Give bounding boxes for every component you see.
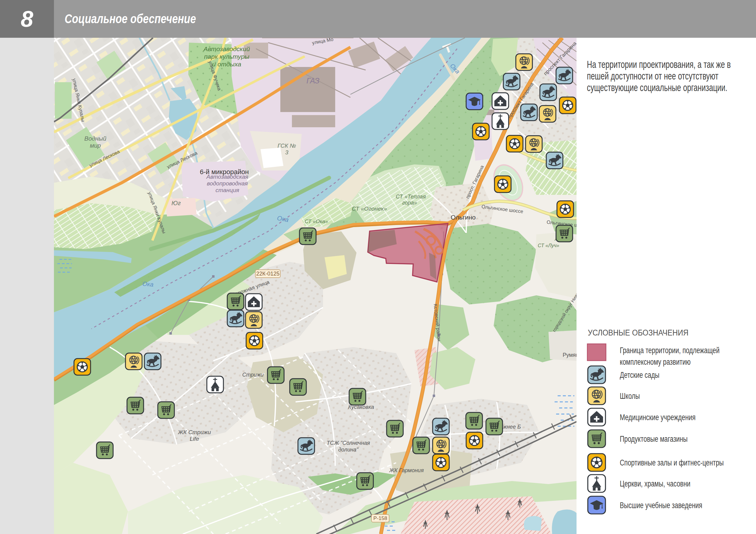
svg-text:СТ «Ока»: СТ «Ока» xyxy=(305,218,328,224)
svg-text:Юг: Юг xyxy=(172,200,181,206)
svg-text:ЖК Стрижи: ЖК Стрижи xyxy=(178,429,211,435)
svg-text:станция: станция xyxy=(215,187,239,193)
svg-text:ТСЖ "Солнечная: ТСЖ "Солнечная xyxy=(327,440,370,446)
svg-text:Румянц: Румянц xyxy=(562,352,582,358)
svg-text:долина": долина" xyxy=(338,446,359,453)
svg-text:и отдыха: и отдыха xyxy=(212,61,241,67)
svg-text:Стрижи: Стрижи xyxy=(242,372,263,378)
svg-text:Life: Life xyxy=(190,436,199,442)
svg-text:мир: мир xyxy=(90,142,101,149)
svg-text:ЖК Гармония: ЖК Гармония xyxy=(389,467,423,473)
svg-text:Р-158: Р-158 xyxy=(373,516,387,521)
svg-text:Водный: Водный xyxy=(84,135,106,142)
svg-text:6-й микрорайон: 6-й микрорайон xyxy=(200,168,249,176)
svg-text:СТ «Теплая: СТ «Теплая xyxy=(396,193,426,200)
svg-text:жнее Б: жнее Б xyxy=(502,424,521,430)
svg-text:Автозаводский: Автозаводский xyxy=(203,45,250,52)
svg-text:ГСК №: ГСК № xyxy=(278,142,296,149)
svg-text:СТ «Луч»: СТ «Луч» xyxy=(538,243,559,248)
svg-text:Ольгино: Ольгино xyxy=(451,214,476,221)
svg-text:3: 3 xyxy=(285,149,288,156)
svg-text:ГАЗ: ГАЗ xyxy=(307,76,320,85)
svg-text:водопроводная: водопроводная xyxy=(207,180,248,187)
svg-text:Ока: Ока xyxy=(142,280,154,288)
svg-text:СТ «Огонек»: СТ «Огонек» xyxy=(352,206,387,212)
svg-text:парк культуры: парк культуры xyxy=(204,53,250,60)
svg-text:гора»: гора» xyxy=(402,200,417,206)
svg-text:22К-0125: 22К-0125 xyxy=(256,271,280,277)
